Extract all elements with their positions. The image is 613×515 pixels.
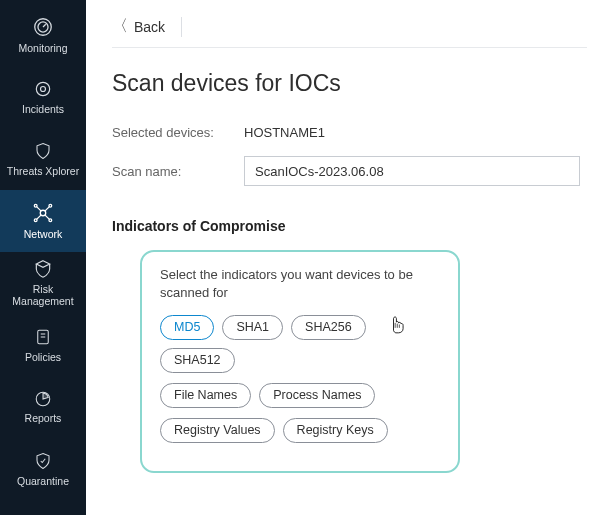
- selected-devices-row: Selected devices: HOSTNAME1: [112, 125, 587, 140]
- ioc-chip-sha512[interactable]: SHA512: [160, 348, 235, 373]
- svg-point-3: [36, 82, 49, 95]
- sidebar-item-monitoring[interactable]: Monitoring: [0, 4, 86, 66]
- quarantine-icon: [34, 451, 52, 471]
- ioc-chip-file-names[interactable]: File Names: [160, 383, 251, 408]
- back-separator: [181, 17, 182, 37]
- ioc-box: Select the indicators you want devices t…: [140, 250, 460, 473]
- sidebar-item-label: Reports: [25, 412, 62, 424]
- network-icon: [32, 202, 54, 224]
- page-title: Scan devices for IOCs: [112, 70, 587, 97]
- ioc-section-title: Indicators of Compromise: [112, 218, 587, 234]
- ioc-chip-sha1[interactable]: SHA1: [222, 315, 283, 340]
- target-icon: [33, 79, 53, 99]
- risk-icon: [33, 259, 53, 279]
- policies-icon: [34, 327, 52, 347]
- sidebar-item-label: Threats Xplorer: [7, 165, 79, 177]
- sidebar-item-network[interactable]: Network: [0, 190, 86, 252]
- sidebar-item-threats-xplorer[interactable]: Threats Xplorer: [0, 128, 86, 190]
- ioc-chips-row-2: File Names Process Names: [160, 383, 440, 408]
- scan-name-input[interactable]: [244, 156, 580, 186]
- back-row: 〈 Back: [112, 16, 587, 37]
- sidebar-item-label: Risk Management: [2, 283, 84, 307]
- ioc-chip-sha256[interactable]: SHA256: [291, 315, 366, 340]
- ioc-chips-row-1: MD5 SHA1 SHA256 SHA512: [160, 315, 440, 373]
- reports-icon: [34, 390, 52, 408]
- gauge-icon: [32, 16, 54, 38]
- chevron-left-icon: 〈: [112, 16, 128, 37]
- selected-devices-value: HOSTNAME1: [244, 125, 325, 140]
- svg-line-10: [37, 207, 42, 212]
- ioc-chip-process-names[interactable]: Process Names: [259, 383, 375, 408]
- ioc-help-text: Select the indicators you want devices t…: [160, 266, 440, 301]
- sidebar-item-label: Policies: [25, 351, 61, 363]
- ioc-chip-registry-keys[interactable]: Registry Keys: [283, 418, 388, 443]
- sidebar-item-label: Network: [24, 228, 63, 240]
- ioc-chips-row-3: Registry Values Registry Keys: [160, 418, 440, 443]
- app-root: Monitoring Incidents Threats Xplorer: [0, 0, 613, 515]
- back-label: Back: [134, 19, 165, 35]
- sidebar-item-policies[interactable]: Policies: [0, 314, 86, 376]
- svg-point-4: [41, 86, 46, 91]
- sidebar: Monitoring Incidents Threats Xplorer: [0, 0, 86, 515]
- sidebar-item-label: Incidents: [22, 103, 64, 115]
- back-button[interactable]: 〈 Back: [112, 16, 165, 37]
- svg-line-2: [43, 24, 46, 27]
- main-content: 〈 Back Scan devices for IOCs Selected de…: [86, 0, 613, 515]
- svg-line-13: [45, 215, 50, 220]
- ioc-chip-md5[interactable]: MD5: [160, 315, 214, 340]
- sidebar-item-label: Monitoring: [18, 42, 67, 54]
- sidebar-item-risk-management[interactable]: Risk Management: [0, 252, 86, 314]
- svg-line-11: [45, 207, 50, 212]
- selected-devices-label: Selected devices:: [112, 125, 244, 140]
- sidebar-item-incidents[interactable]: Incidents: [0, 66, 86, 128]
- sidebar-item-label: Quarantine: [17, 475, 69, 487]
- scan-name-label: Scan name:: [112, 164, 244, 179]
- ioc-chip-registry-values[interactable]: Registry Values: [160, 418, 275, 443]
- sidebar-item-reports[interactable]: Reports: [0, 376, 86, 438]
- svg-line-12: [37, 215, 42, 220]
- header-divider: [112, 47, 587, 48]
- scan-name-row: Scan name:: [112, 156, 587, 186]
- sidebar-item-quarantine[interactable]: Quarantine: [0, 438, 86, 500]
- shield-icon: [34, 141, 52, 161]
